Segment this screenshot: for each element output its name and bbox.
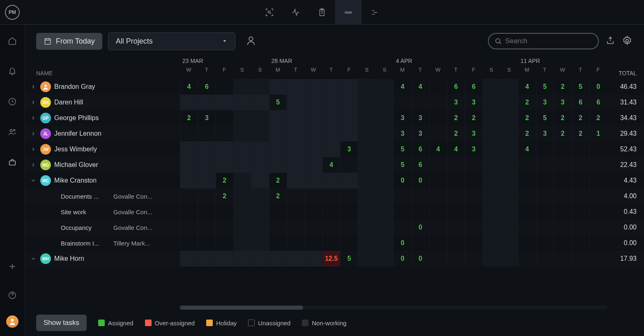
cell[interactable]	[340, 204, 358, 220]
cell[interactable]	[500, 157, 518, 173]
cell[interactable]	[340, 173, 358, 188]
cell[interactable]: 4	[393, 79, 411, 95]
cell[interactable]	[429, 79, 447, 95]
cell[interactable]	[571, 251, 589, 266]
cell[interactable]	[393, 95, 411, 110]
cell[interactable]	[518, 235, 536, 251]
cell[interactable]	[216, 126, 233, 141]
help-icon[interactable]	[0, 287, 25, 304]
cell[interactable]	[198, 157, 215, 173]
cell[interactable]	[251, 79, 269, 95]
user-avatar[interactable]	[6, 315, 18, 328]
cell[interactable]: 6	[411, 141, 429, 157]
cell[interactable]	[518, 188, 536, 204]
cell[interactable]	[589, 251, 607, 266]
cell[interactable]	[358, 204, 375, 220]
cell[interactable]: 2	[465, 110, 482, 126]
scan-icon[interactable]	[256, 0, 283, 25]
cell[interactable]	[500, 110, 518, 126]
cell[interactable]	[393, 204, 411, 220]
cell[interactable]	[322, 188, 340, 204]
bell-icon[interactable]	[0, 63, 25, 80]
cell[interactable]	[429, 188, 447, 204]
cell[interactable]	[304, 235, 322, 251]
cell[interactable]	[358, 157, 375, 173]
cell[interactable]	[447, 173, 465, 188]
cell[interactable]: 2	[589, 110, 607, 126]
people-icon[interactable]	[0, 123, 25, 141]
cell[interactable]	[571, 188, 589, 204]
cell[interactable]	[483, 220, 500, 235]
cell[interactable]	[571, 204, 589, 220]
cell[interactable]: 0	[393, 251, 411, 266]
cell[interactable]	[589, 157, 607, 173]
cell[interactable]	[216, 110, 233, 126]
cell[interactable]	[358, 126, 375, 141]
cell[interactable]	[393, 188, 411, 204]
cell[interactable]	[233, 220, 251, 235]
cell[interactable]	[429, 220, 447, 235]
cell[interactable]	[500, 235, 518, 251]
cell[interactable]: 3	[411, 126, 429, 141]
search-input[interactable]	[505, 37, 592, 45]
chevron-right-icon[interactable]	[30, 131, 37, 137]
cell[interactable]	[500, 251, 518, 266]
cell[interactable]	[287, 188, 304, 204]
cell[interactable]	[429, 157, 447, 173]
cell[interactable]	[251, 95, 269, 110]
cell[interactable]	[358, 173, 375, 188]
cell[interactable]	[429, 126, 447, 141]
cell[interactable]	[340, 188, 358, 204]
cell[interactable]	[251, 188, 269, 204]
cell[interactable]	[571, 141, 589, 157]
cell[interactable]: 6	[571, 95, 589, 110]
cell[interactable]	[465, 157, 482, 173]
cell[interactable]	[251, 110, 269, 126]
cell[interactable]	[571, 157, 589, 173]
cell[interactable]	[554, 204, 571, 220]
cell[interactable]	[216, 204, 233, 220]
cell[interactable]	[269, 220, 287, 235]
cell[interactable]	[304, 188, 322, 204]
cell[interactable]	[304, 204, 322, 220]
cell[interactable]	[536, 204, 554, 220]
cell[interactable]	[198, 204, 215, 220]
cell[interactable]	[322, 204, 340, 220]
cell[interactable]: 4	[322, 157, 340, 173]
cell[interactable]	[483, 141, 500, 157]
cell[interactable]	[589, 220, 607, 235]
cell[interactable]: 6	[589, 95, 607, 110]
cell[interactable]	[589, 141, 607, 157]
chevron-down-icon[interactable]	[30, 178, 37, 183]
cell[interactable]	[322, 220, 340, 235]
cell[interactable]	[465, 220, 482, 235]
cell[interactable]	[358, 220, 375, 235]
cell[interactable]: 2	[447, 126, 465, 141]
cell[interactable]	[216, 251, 233, 266]
cell[interactable]	[429, 235, 447, 251]
cell[interactable]	[483, 95, 500, 110]
cell[interactable]	[304, 79, 322, 95]
clipboard-icon[interactable]	[309, 0, 335, 25]
cell[interactable]	[216, 95, 233, 110]
cell[interactable]	[269, 79, 287, 95]
cell[interactable]	[322, 79, 340, 95]
cell[interactable]	[198, 251, 215, 266]
cell[interactable]	[198, 235, 215, 251]
cell[interactable]	[536, 173, 554, 188]
cell[interactable]	[429, 251, 447, 266]
cell[interactable]: 3	[465, 141, 482, 157]
cell[interactable]	[536, 251, 554, 266]
cell[interactable]: 3	[554, 95, 571, 110]
cell[interactable]: 2	[518, 110, 536, 126]
cell[interactable]	[216, 157, 233, 173]
cell[interactable]	[358, 251, 375, 266]
cell[interactable]	[251, 235, 269, 251]
cell[interactable]	[287, 141, 304, 157]
chevron-down-icon[interactable]	[30, 256, 37, 262]
chevron-right-icon[interactable]	[30, 100, 37, 105]
cell[interactable]	[483, 251, 500, 266]
cell[interactable]	[393, 220, 411, 235]
cell[interactable]	[500, 126, 518, 141]
cell[interactable]	[589, 204, 607, 220]
